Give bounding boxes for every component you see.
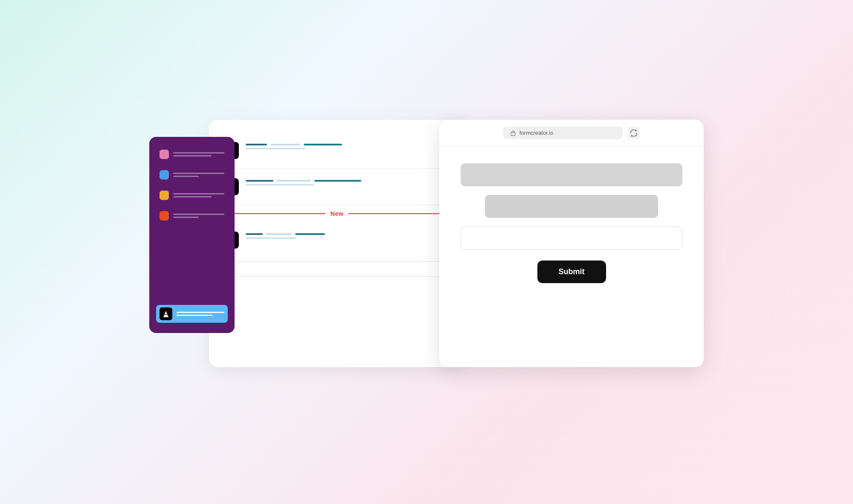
submit-button[interactable]: Submit <box>537 261 606 283</box>
add-row[interactable] <box>222 261 452 277</box>
item-line <box>270 144 300 145</box>
text-line <box>173 193 224 194</box>
text-line-active <box>177 312 224 313</box>
item-line <box>295 233 325 235</box>
form-field-1[interactable] <box>461 163 682 186</box>
sidebar-text-4 <box>173 214 224 218</box>
item-line-sub <box>246 184 314 185</box>
text-line <box>173 155 212 156</box>
browser-header: formcreator.io <box>439 120 704 146</box>
refresh-icon <box>630 130 637 136</box>
svg-rect-2 <box>164 314 167 315</box>
list-item-row-3[interactable] <box>222 222 452 258</box>
sidebar-item-active[interactable] <box>156 305 228 323</box>
list-items: New <box>222 133 452 277</box>
text-line <box>173 176 199 177</box>
item-line <box>277 180 311 182</box>
refresh-button[interactable] <box>628 127 640 139</box>
sidebar-item-3[interactable] <box>156 188 228 203</box>
list-panel: New <box>209 120 465 367</box>
item-content-1 <box>246 142 452 149</box>
text-line <box>173 196 212 197</box>
lock-icon <box>510 130 516 136</box>
main-scene: New <box>149 120 704 384</box>
item-line <box>304 144 342 145</box>
item-line <box>246 180 273 182</box>
sidebar-text-3 <box>173 193 224 197</box>
url-text: formcreator.io <box>519 130 553 136</box>
address-bar[interactable]: formcreator.io <box>503 127 623 139</box>
browser-panel: formcreator.io Submit <box>439 120 704 367</box>
sidebar-item-4[interactable] <box>156 209 228 223</box>
list-item-row-1[interactable] <box>222 133 452 169</box>
item-line-group-3 <box>246 233 452 235</box>
new-label: New <box>331 210 343 217</box>
form-field-2[interactable] <box>485 195 658 218</box>
item-line-group-2 <box>246 180 452 182</box>
item-content-2 <box>246 178 452 185</box>
sidebar-item-1[interactable] <box>156 147 228 162</box>
item-line-sub <box>246 238 297 239</box>
item-line <box>246 233 263 235</box>
color-dot-orange <box>160 191 169 200</box>
sidebar <box>149 137 235 333</box>
item-line <box>266 233 292 235</box>
item-line <box>246 144 267 145</box>
sidebar-item-2[interactable] <box>156 168 228 182</box>
text-line <box>173 217 199 218</box>
text-line <box>173 152 224 154</box>
text-line <box>173 173 224 174</box>
item-content-3 <box>246 232 452 239</box>
sidebar-active-text <box>177 312 224 316</box>
list-item-row-2[interactable] <box>222 169 452 205</box>
color-dot-blue <box>160 170 169 180</box>
text-line <box>173 214 224 215</box>
sidebar-text-1 <box>173 152 224 156</box>
item-line-sub <box>246 148 305 149</box>
sidebar-text-2 <box>173 173 224 177</box>
form-content: Submit <box>439 146 704 367</box>
item-line <box>314 180 361 182</box>
svg-rect-12 <box>511 133 515 136</box>
cone-icon <box>160 307 172 320</box>
item-line-group-1 <box>246 144 452 145</box>
svg-marker-0 <box>164 311 168 316</box>
form-field-3[interactable] <box>461 226 682 249</box>
color-dot-pink <box>160 150 169 159</box>
color-dot-red <box>160 211 169 220</box>
text-line-active-2 <box>177 315 212 316</box>
new-divider: New <box>222 207 452 220</box>
new-line-left <box>222 213 325 214</box>
svg-rect-1 <box>163 316 168 317</box>
new-line-right <box>348 213 452 214</box>
